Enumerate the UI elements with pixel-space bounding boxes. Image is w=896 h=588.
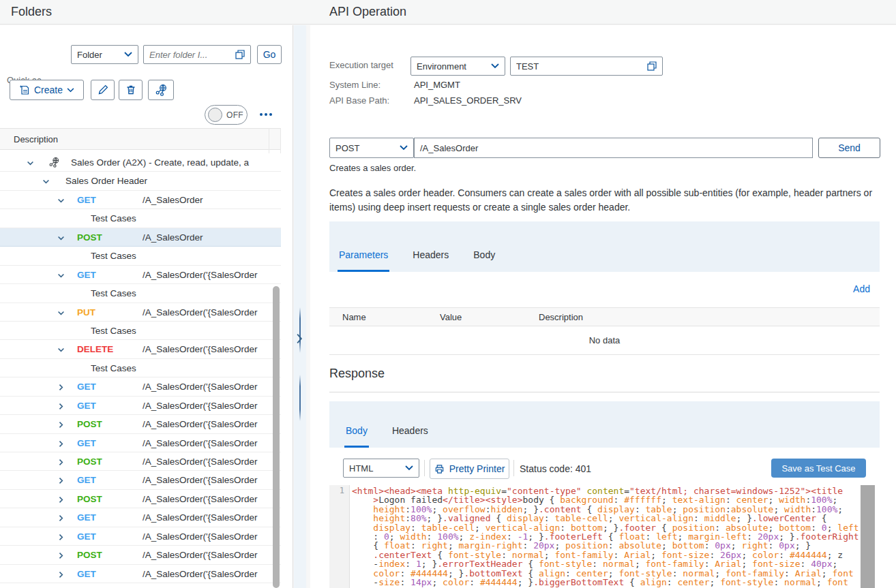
tree-item-get[interactable]: GET/A_SalesOrder('{SalesOrder [0,397,281,415]
chevron-down-icon[interactable] [57,345,65,357]
request-url-input[interactable]: /A_SalesOrder [414,138,813,158]
response-panel: Body Headers HTML Pretty Printer Status … [329,401,880,588]
chevron-down-icon [491,63,499,69]
tree-item[interactable]: Test Cases [0,247,281,265]
method-label: GET [77,270,96,280]
api-base-path-value: API_SALES_ORDER_SRV [414,95,522,106]
tree-item-post[interactable]: POST/A_SalesOrder [0,228,281,247]
chevron-right-icon[interactable] [57,439,65,451]
tree-item-delete[interactable]: DELETE/A_SalesOrder('{SalesOrder [0,340,281,358]
tab-parameters[interactable]: Parameters [338,249,389,272]
path-label: /A_SalesOrder('{SalesOrder [143,344,268,354]
tree-item-get[interactable]: GET/A_SalesOrder('{SalesOrder [0,527,281,546]
tab-response-body[interactable]: Body [344,425,369,448]
delete-button[interactable] [119,80,143,100]
chevron-down-icon [124,52,132,57]
edit-button[interactable] [91,80,115,100]
tree-item-post[interactable]: POST/A_SalesOrder('{SalesOrder [0,452,281,471]
chevron-right-icon[interactable] [57,401,65,414]
add-parameter-link[interactable]: Add [853,283,870,294]
chevron-down-icon[interactable] [26,158,35,170]
create-button[interactable]: Create [10,80,84,100]
tree-item-get[interactable]: GET/A_SalesOrder('{SalesOrder [0,434,281,452]
tree-item-get[interactable]: GET/A_SalesOrder('{SalesOrder [0,565,281,583]
tree-label: Test Cases [91,363,281,373]
trash-icon [125,84,136,95]
method-label: POST [77,419,102,429]
save-as-test-case-button[interactable]: Save as Test Case [771,459,866,478]
chevron-down-icon[interactable] [57,196,65,208]
code-scrollbar[interactable] [861,485,875,588]
tab-response-headers[interactable]: Headers [391,425,430,448]
method-label: POST [77,550,102,560]
tree-item-get[interactable]: GET/A_SalesOrder('{SalesOrder [0,377,281,396]
tree-item[interactable]: Sales Order Header [0,172,281,190]
code-line: { float: right; margin-right: 20px; posi… [352,541,860,550]
method-label: GET [77,569,96,579]
panel-splitter[interactable] [294,25,310,588]
tree-item[interactable]: Test Cases [0,209,281,228]
chevron-right-icon[interactable] [57,476,65,488]
value-help-icon[interactable] [647,61,657,71]
tree-label: Test Cases [91,213,281,223]
folder-id-input[interactable]: Enter folder I... [143,45,251,64]
tree-item-get[interactable]: GET/A_SalesOrder('{SalesOrder [0,266,281,284]
chevron-right-icon[interactable] [57,570,65,582]
tree-item-post[interactable]: POST/A_SalesOrder('{SalesOrder [0,583,281,588]
value-help-icon[interactable] [235,50,245,59]
toggle-switch[interactable]: OFF [205,105,248,125]
chevron-right-icon[interactable] [57,495,65,507]
send-button[interactable]: Send [818,138,880,158]
chevron-down-icon[interactable] [42,176,50,189]
tree-item[interactable]: Test Cases [0,359,281,377]
pretty-printer-button[interactable]: Pretty Printer [430,459,509,479]
tab-headers[interactable]: Headers [411,249,450,272]
chevron-down-icon[interactable] [57,233,65,245]
pretty-printer-label: Pretty Printer [449,463,505,474]
chevron-right-icon[interactable] [57,382,65,394]
tree-scrollbar[interactable] [273,286,280,588]
tree-item-get[interactable]: GET/A_SalesOrder('{SalesOrder [0,508,281,527]
chevron-down-icon[interactable] [57,270,65,283]
tree-label: Test Cases [91,326,281,336]
tab-body[interactable]: Body [472,249,496,272]
path-label: /A_SalesOrder('{SalesOrder [143,569,268,579]
tree-item-get[interactable]: GET/A_SalesOrder('{SalesOrder [0,471,281,489]
chevron-down-icon [405,465,413,471]
chevron-right-icon[interactable] [57,457,65,469]
api-operation-panel: Execution target Environment TEST System… [310,25,896,588]
tree-item-get[interactable]: GET/A_SalesOrder [0,191,281,209]
tree-item[interactable]: Sales Order (A2X) - Create, read, update… [0,153,281,172]
chevron-down-icon[interactable] [57,308,65,320]
response-format-value: HTML [349,463,373,474]
path-label: /A_SalesOrder('{SalesOrder [143,550,268,560]
execution-target-label: Execution target [329,60,393,70]
environment-input[interactable]: TEST [510,57,663,76]
code-line: <html><head><meta http-equiv="content-ty… [352,486,860,495]
collapse-panel-chevron-icon[interactable] [296,333,303,344]
chevron-right-icon[interactable] [57,551,65,563]
overflow-menu-button[interactable] [260,113,272,116]
code-line: .centerText { font-style: normal; font-f… [352,551,860,559]
tree-item-post[interactable]: POST/A_SalesOrder('{SalesOrder [0,490,281,508]
http-method-select[interactable]: POST [329,138,414,158]
response-heading: Response [329,367,385,381]
folder-type-select[interactable]: Folder [71,45,138,64]
go-button[interactable]: Go [257,45,282,64]
tree-item-put[interactable]: PUT/A_SalesOrder('{SalesOrder [0,303,281,322]
execution-target-type-select[interactable]: Environment [410,57,505,76]
path-label: /A_SalesOrder [143,195,268,205]
tree-item[interactable]: Test Cases [0,322,281,340]
folders-panel-title: Folders [11,5,52,19]
chevron-right-icon[interactable] [57,420,65,432]
chevron-right-icon[interactable] [57,513,65,525]
response-format-select[interactable]: HTML [343,459,419,478]
chevron-right-icon[interactable] [57,532,65,544]
tree-item-post[interactable]: POST/A_SalesOrder('{SalesOrder [0,546,281,564]
tree-item[interactable]: Test Cases [0,284,281,303]
operation-description: Creates a sales order header. Consumers … [329,186,880,215]
method-label: GET [77,438,96,448]
path-label: /A_SalesOrder [143,232,268,243]
service-mapping-button[interactable] [148,80,174,100]
tree-item-post[interactable]: POST/A_SalesOrder('{SalesOrder [0,415,281,433]
